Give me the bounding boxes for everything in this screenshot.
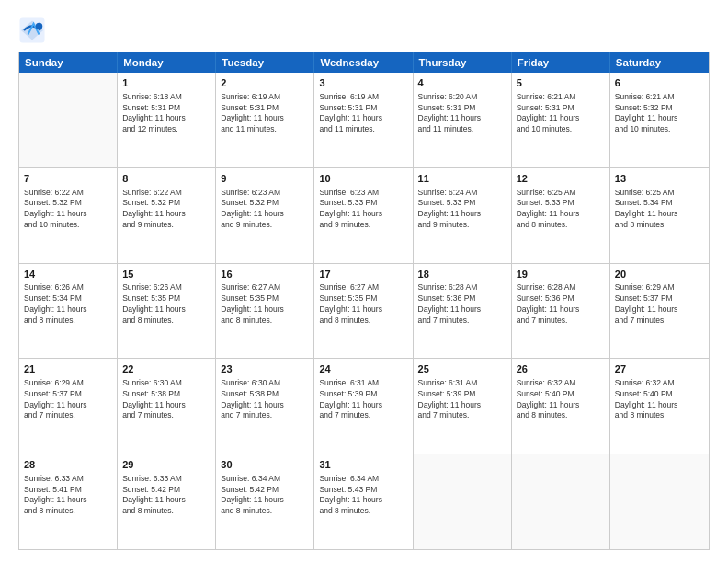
day-info: Sunrise: 6:28 AM Sunset: 5:36 PM Dayligh… <box>517 282 605 326</box>
day-info: Sunrise: 6:30 AM Sunset: 5:38 PM Dayligh… <box>122 378 210 421</box>
calendar-cell <box>19 73 118 167</box>
calendar-cell: 26Sunrise: 6:32 AM Sunset: 5:40 PM Dayli… <box>512 359 610 454</box>
day-number: 14 <box>24 268 112 282</box>
weekday-header-tuesday: Tuesday <box>216 52 314 73</box>
day-info: Sunrise: 6:33 AM Sunset: 5:41 PM Dayligh… <box>24 474 112 517</box>
weekday-header-thursday: Thursday <box>414 52 512 73</box>
day-number: 13 <box>615 172 704 186</box>
day-number: 27 <box>615 362 704 376</box>
calendar-body: 1Sunrise: 6:18 AM Sunset: 5:31 PM Daylig… <box>19 73 709 549</box>
calendar-cell: 30Sunrise: 6:34 AM Sunset: 5:42 PM Dayli… <box>216 454 314 549</box>
calendar-cell: 17Sunrise: 6:27 AM Sunset: 5:35 PM Dayli… <box>314 264 413 359</box>
calendar-cell: 12Sunrise: 6:25 AM Sunset: 5:33 PM Dayli… <box>512 168 610 263</box>
day-number: 10 <box>319 172 407 186</box>
day-info: Sunrise: 6:25 AM Sunset: 5:34 PM Dayligh… <box>615 188 704 231</box>
day-info: Sunrise: 6:29 AM Sunset: 5:37 PM Dayligh… <box>615 282 704 326</box>
day-info: Sunrise: 6:21 AM Sunset: 5:32 PM Dayligh… <box>615 92 704 135</box>
day-info: Sunrise: 6:19 AM Sunset: 5:31 PM Dayligh… <box>319 92 407 135</box>
calendar-cell: 16Sunrise: 6:27 AM Sunset: 5:35 PM Dayli… <box>216 264 314 359</box>
calendar-cell <box>512 454 610 549</box>
weekday-header-wednesday: Wednesday <box>314 52 413 73</box>
calendar-cell: 3Sunrise: 6:19 AM Sunset: 5:31 PM Daylig… <box>314 73 413 167</box>
day-number: 30 <box>221 458 309 472</box>
day-info: Sunrise: 6:34 AM Sunset: 5:43 PM Dayligh… <box>319 474 407 517</box>
day-info: Sunrise: 6:32 AM Sunset: 5:40 PM Dayligh… <box>615 378 704 421</box>
day-number: 29 <box>122 458 210 472</box>
day-info: Sunrise: 6:26 AM Sunset: 5:35 PM Dayligh… <box>122 282 210 326</box>
calendar-cell: 27Sunrise: 6:32 AM Sunset: 5:40 PM Dayli… <box>610 359 709 454</box>
day-number: 31 <box>319 458 407 472</box>
calendar-cell <box>610 454 709 549</box>
day-info: Sunrise: 6:18 AM Sunset: 5:31 PM Dayligh… <box>122 92 210 135</box>
calendar-cell <box>414 454 512 549</box>
day-info: Sunrise: 6:27 AM Sunset: 5:35 PM Dayligh… <box>221 282 309 326</box>
calendar-cell: 8Sunrise: 6:22 AM Sunset: 5:32 PM Daylig… <box>118 168 216 263</box>
day-number: 17 <box>319 268 407 282</box>
day-number: 12 <box>517 172 605 186</box>
day-info: Sunrise: 6:29 AM Sunset: 5:37 PM Dayligh… <box>24 378 112 421</box>
calendar-cell: 24Sunrise: 6:31 AM Sunset: 5:39 PM Dayli… <box>314 359 413 454</box>
calendar-cell: 6Sunrise: 6:21 AM Sunset: 5:32 PM Daylig… <box>610 73 709 167</box>
calendar-cell: 25Sunrise: 6:31 AM Sunset: 5:39 PM Dayli… <box>414 359 512 454</box>
calendar-cell: 19Sunrise: 6:28 AM Sunset: 5:36 PM Dayli… <box>512 264 610 359</box>
calendar-cell: 2Sunrise: 6:19 AM Sunset: 5:31 PM Daylig… <box>216 73 314 167</box>
weekday-header-friday: Friday <box>512 52 610 73</box>
day-number: 1 <box>122 76 210 90</box>
day-info: Sunrise: 6:23 AM Sunset: 5:32 PM Dayligh… <box>221 188 309 231</box>
calendar-cell: 31Sunrise: 6:34 AM Sunset: 5:43 PM Dayli… <box>314 454 413 549</box>
calendar-cell: 11Sunrise: 6:24 AM Sunset: 5:33 PM Dayli… <box>414 168 512 263</box>
logo-icon <box>18 17 46 44</box>
day-info: Sunrise: 6:26 AM Sunset: 5:34 PM Dayligh… <box>24 282 112 326</box>
day-info: Sunrise: 6:27 AM Sunset: 5:35 PM Dayligh… <box>319 282 407 326</box>
day-number: 11 <box>418 172 506 186</box>
day-info: Sunrise: 6:22 AM Sunset: 5:32 PM Dayligh… <box>122 188 210 231</box>
day-info: Sunrise: 6:22 AM Sunset: 5:32 PM Dayligh… <box>24 188 112 231</box>
day-info: Sunrise: 6:23 AM Sunset: 5:33 PM Dayligh… <box>319 188 407 231</box>
day-number: 9 <box>221 172 309 186</box>
day-number: 22 <box>122 362 210 376</box>
day-info: Sunrise: 6:30 AM Sunset: 5:38 PM Dayligh… <box>221 378 309 421</box>
calendar-cell: 23Sunrise: 6:30 AM Sunset: 5:38 PM Dayli… <box>216 359 314 454</box>
day-number: 24 <box>319 362 407 376</box>
calendar-cell: 21Sunrise: 6:29 AM Sunset: 5:37 PM Dayli… <box>19 359 118 454</box>
day-number: 28 <box>24 458 112 472</box>
calendar-cell: 4Sunrise: 6:20 AM Sunset: 5:31 PM Daylig… <box>414 73 512 167</box>
day-number: 5 <box>517 76 605 90</box>
calendar-row-1: 1Sunrise: 6:18 AM Sunset: 5:31 PM Daylig… <box>19 73 709 168</box>
calendar-cell: 18Sunrise: 6:28 AM Sunset: 5:36 PM Dayli… <box>414 264 512 359</box>
day-number: 2 <box>221 76 309 90</box>
day-number: 6 <box>615 76 704 90</box>
calendar-cell: 15Sunrise: 6:26 AM Sunset: 5:35 PM Dayli… <box>118 264 216 359</box>
day-number: 15 <box>122 268 210 282</box>
calendar-cell: 20Sunrise: 6:29 AM Sunset: 5:37 PM Dayli… <box>610 264 709 359</box>
day-info: Sunrise: 6:21 AM Sunset: 5:31 PM Dayligh… <box>517 92 605 135</box>
day-number: 21 <box>24 362 112 376</box>
calendar-cell: 22Sunrise: 6:30 AM Sunset: 5:38 PM Dayli… <box>118 359 216 454</box>
day-number: 16 <box>221 268 309 282</box>
day-number: 7 <box>24 172 112 186</box>
day-number: 19 <box>517 268 605 282</box>
header <box>18 17 710 44</box>
day-info: Sunrise: 6:20 AM Sunset: 5:31 PM Dayligh… <box>418 92 506 135</box>
day-number: 18 <box>418 268 506 282</box>
calendar-row-4: 21Sunrise: 6:29 AM Sunset: 5:37 PM Dayli… <box>19 359 709 454</box>
calendar: SundayMondayTuesdayWednesdayThursdayFrid… <box>18 52 710 550</box>
calendar-row-3: 14Sunrise: 6:26 AM Sunset: 5:34 PM Dayli… <box>19 264 709 360</box>
calendar-cell: 5Sunrise: 6:21 AM Sunset: 5:31 PM Daylig… <box>512 73 610 167</box>
day-number: 8 <box>122 172 210 186</box>
calendar-cell: 1Sunrise: 6:18 AM Sunset: 5:31 PM Daylig… <box>118 73 216 167</box>
day-info: Sunrise: 6:34 AM Sunset: 5:42 PM Dayligh… <box>221 474 309 517</box>
weekday-header-monday: Monday <box>118 52 216 73</box>
day-number: 25 <box>418 362 506 376</box>
svg-point-2 <box>36 23 43 30</box>
logo-area <box>18 17 50 44</box>
calendar-row-2: 7Sunrise: 6:22 AM Sunset: 5:32 PM Daylig… <box>19 168 709 264</box>
weekday-header-saturday: Saturday <box>610 52 709 73</box>
day-info: Sunrise: 6:24 AM Sunset: 5:33 PM Dayligh… <box>418 188 506 231</box>
calendar-cell: 7Sunrise: 6:22 AM Sunset: 5:32 PM Daylig… <box>19 168 118 263</box>
day-info: Sunrise: 6:25 AM Sunset: 5:33 PM Dayligh… <box>517 188 605 231</box>
calendar-cell: 9Sunrise: 6:23 AM Sunset: 5:32 PM Daylig… <box>216 168 314 263</box>
calendar-cell: 14Sunrise: 6:26 AM Sunset: 5:34 PM Dayli… <box>19 264 118 359</box>
day-number: 23 <box>221 362 309 376</box>
day-info: Sunrise: 6:19 AM Sunset: 5:31 PM Dayligh… <box>221 92 309 135</box>
